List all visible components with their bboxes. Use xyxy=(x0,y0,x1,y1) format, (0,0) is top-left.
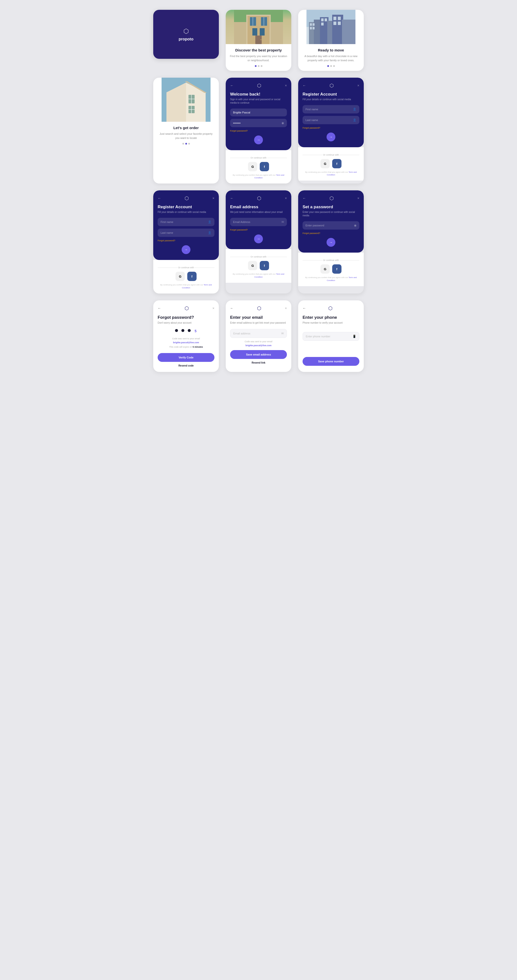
resend-code-link[interactable]: Resend code xyxy=(158,364,214,367)
close-icon[interactable]: × xyxy=(357,196,359,200)
firstname-input-field[interactable]: 👤 xyxy=(158,218,214,226)
onboard-discover-title: Discover the best property xyxy=(230,48,287,52)
firstname-input-field[interactable]: 👤 xyxy=(303,105,359,113)
register-full-wrapper: ← ⬡ × Register Account Fill your details… xyxy=(153,190,219,293)
back-arrow[interactable]: ← xyxy=(303,84,306,88)
svg-rect-24 xyxy=(321,18,324,21)
social-buttons: G f xyxy=(230,162,287,171)
back-arrow[interactable]: ← xyxy=(230,306,233,310)
close-icon[interactable]: × xyxy=(285,196,287,200)
discover-image xyxy=(226,10,291,44)
facebook-button[interactable]: f xyxy=(260,261,269,270)
fullname-input-field[interactable] xyxy=(230,108,287,116)
email-input[interactable] xyxy=(233,221,282,223)
facebook-button[interactable]: f xyxy=(260,162,269,171)
firstname-input[interactable] xyxy=(160,221,208,223)
otp-container: 5 xyxy=(158,329,214,333)
enter-email-header: ← ⬡ × xyxy=(230,305,287,311)
back-arrow[interactable]: ← xyxy=(303,196,306,200)
row-2: ← × Let's get order Just search an xyxy=(153,78,364,183)
welcome-back-card: ← ⬡ × Welcome back! Sign in with your em… xyxy=(226,78,291,150)
close-icon[interactable]: × xyxy=(357,84,359,88)
close-icon[interactable]: × xyxy=(213,306,214,310)
password-input-field[interactable]: ◉ xyxy=(303,221,359,229)
lastname-input-field[interactable]: 👤 xyxy=(303,116,359,124)
social-buttons: G f xyxy=(230,261,287,270)
onboard-ready-title: Ready to move xyxy=(302,48,360,52)
dot-2 xyxy=(185,143,187,145)
otp-digit-4: 5 xyxy=(194,329,197,333)
resend-link[interactable]: Resend link xyxy=(230,361,287,364)
forgot-password-link[interactable]: Forgot password? xyxy=(303,232,359,234)
next-button[interactable]: → xyxy=(254,135,263,144)
firstname-input[interactable] xyxy=(306,108,353,111)
facebook-button[interactable]: f xyxy=(332,264,341,274)
email-address-input-field[interactable]: ✉ xyxy=(230,329,287,338)
logo-icon: ⬡ xyxy=(257,83,261,88)
close-icon[interactable]: × xyxy=(214,80,216,84)
forgot-subtitle: Don't worry about your account xyxy=(158,321,214,325)
forgot-password-link[interactable]: Forgot password? xyxy=(303,127,359,129)
set-password-bottom: Or continue with G f By continuing you c… xyxy=(298,253,364,286)
email-address-input[interactable] xyxy=(233,332,281,335)
logo-icon: ⬡ xyxy=(185,305,189,311)
register-header: ← ⬡ × xyxy=(303,83,359,88)
verify-code-button[interactable]: Verify Code xyxy=(158,353,214,362)
dot-1 xyxy=(327,65,329,67)
facebook-button[interactable]: f xyxy=(332,159,341,168)
back-arrow[interactable]: ← xyxy=(230,84,233,88)
close-icon[interactable]: × xyxy=(213,196,214,200)
next-button[interactable]: → xyxy=(254,234,263,243)
back-arrow[interactable]: ← xyxy=(230,196,233,200)
forgot-password-link[interactable]: Forgot password? xyxy=(158,239,214,242)
lastname-input[interactable] xyxy=(160,231,208,234)
fullname-input[interactable] xyxy=(233,111,284,114)
back-arrow-btn[interactable]: ← xyxy=(156,80,162,86)
phone-input[interactable] xyxy=(306,335,352,338)
password-input-field[interactable]: ◉ xyxy=(230,119,287,127)
save-email-button[interactable]: Save email address xyxy=(230,350,287,359)
back-arrow[interactable]: ← xyxy=(158,306,161,310)
next-button[interactable]: → xyxy=(327,132,335,142)
back-arrow[interactable]: ← xyxy=(158,196,161,200)
register-bottom: Or continue with G f By continuing you c… xyxy=(298,147,364,181)
register-full-title: Register Account xyxy=(158,205,214,210)
close-icon[interactable]: × xyxy=(285,306,287,310)
row-4: ← ⬡ × Forgot password? Don't worry about… xyxy=(153,301,364,372)
set-password-subtitle: Enter your new password or continue with… xyxy=(303,210,359,217)
svg-rect-9 xyxy=(260,28,265,35)
phone-input-field[interactable]: 📱 xyxy=(303,332,359,341)
google-button[interactable]: G xyxy=(176,272,185,281)
welcome-title: Welcome back! xyxy=(230,92,287,97)
google-button[interactable]: G xyxy=(320,264,330,274)
register-subtitle: Fill your details or continue with socia… xyxy=(303,98,359,101)
email-input-field[interactable]: ✉ xyxy=(230,218,287,226)
google-button[interactable]: G xyxy=(248,261,257,270)
email-icon: ✉ xyxy=(281,332,284,335)
lastname-input-field[interactable]: 👤 xyxy=(158,229,214,237)
email-subtitle: We just need some information about your… xyxy=(230,210,287,214)
next-button[interactable]: → xyxy=(182,245,190,254)
password-input[interactable] xyxy=(233,121,282,124)
email-title: Email address xyxy=(230,205,287,210)
next-button[interactable]: → xyxy=(327,238,335,247)
close-icon[interactable]: × xyxy=(285,84,287,88)
password-input[interactable] xyxy=(306,224,354,227)
google-button[interactable]: G xyxy=(320,159,330,168)
google-button[interactable]: G xyxy=(248,162,257,171)
person-icon: 👤 xyxy=(353,118,357,122)
ready-image xyxy=(298,10,364,44)
svg-rect-26 xyxy=(321,22,324,25)
forgot-password-link[interactable]: Forgot password? xyxy=(230,130,287,132)
forgot-password-link[interactable]: Forgot password? xyxy=(230,229,287,231)
otp-dot-1 xyxy=(175,329,178,332)
register-full-header: ← ⬡ × xyxy=(158,195,214,201)
enter-phone-title: Enter your phone xyxy=(303,315,359,320)
lastname-input[interactable] xyxy=(306,119,353,121)
back-arrow[interactable]: ← xyxy=(303,306,306,310)
code-sent-text: Code was sent to your email xyxy=(158,337,214,340)
terms-text: By continuing you confirm that you agree… xyxy=(303,276,359,282)
save-phone-button[interactable]: Save phone number xyxy=(303,357,359,366)
facebook-button[interactable]: f xyxy=(187,272,197,281)
svg-rect-27 xyxy=(333,17,336,20)
